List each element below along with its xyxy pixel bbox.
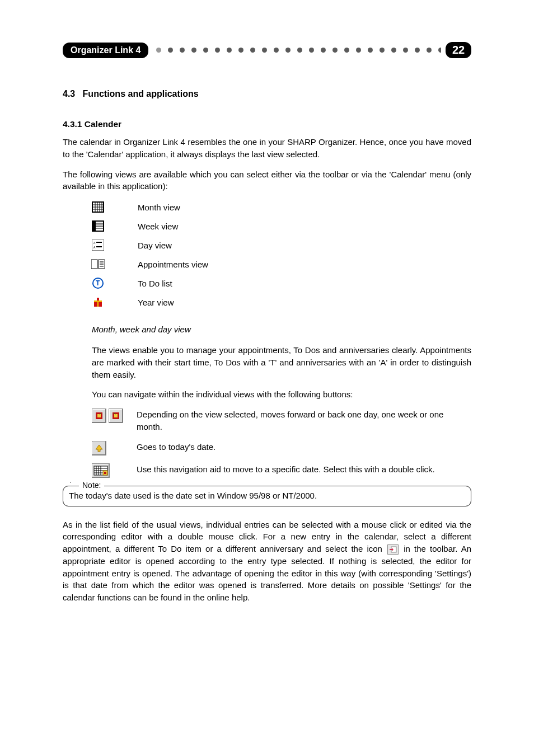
page-header: Organizer Link 4 22: [63, 42, 471, 58]
svg-rect-11: [93, 222, 96, 231]
nav-desc: Use this navigation aid to move to a spe…: [137, 463, 471, 476]
header-dots: [153, 48, 441, 53]
note-text: The today's date used is the date set in…: [69, 491, 465, 500]
nav-buttons-list: Depending on the view selected, moves fo…: [92, 408, 471, 478]
week-view-icon[interactable]: [91, 219, 105, 233]
header-title-pill: Organizer Link 4: [63, 43, 148, 58]
view-row-month: Month view: [91, 200, 471, 214]
page: Organizer Link 4 22 4.3 Functions and ap…: [0, 0, 534, 756]
nav-desc: Goes to today's date.: [137, 441, 471, 453]
svg-rect-36: [114, 414, 118, 417]
page-number: 22: [446, 42, 471, 58]
svg-rect-34: [97, 414, 101, 417]
view-label: To Do list: [138, 279, 172, 288]
svg-rect-31: [97, 298, 99, 300]
view-row-week: Week view: [91, 219, 471, 233]
svg-rect-45: [104, 472, 106, 474]
note-box: Note: The today's date used is the date …: [63, 486, 471, 506]
view-row-appointments: Appointments view: [91, 257, 471, 271]
nav-row-prevnext: Depending on the view selected, moves fo…: [92, 408, 471, 433]
svg-rect-21: [91, 260, 97, 269]
view-row-year: Year view: [91, 295, 471, 309]
svg-text:T: T: [96, 279, 100, 287]
nav-row-goto: Use this navigation aid to move to a spe…: [92, 463, 471, 478]
views-list: Month view Week view AA Day view Appoint…: [91, 200, 471, 309]
nav-row-today: Goes to today's date.: [92, 441, 471, 456]
day-view-icon[interactable]: AA: [91, 238, 105, 252]
subsection-heading: 4.3.1 Calender: [63, 119, 471, 129]
subsection-title: Calender: [85, 119, 121, 129]
subsection-number: 4.3.1: [63, 119, 82, 129]
view-label: Day view: [138, 241, 172, 250]
view-row-todo: T To Do list: [91, 276, 471, 290]
month-view-icon[interactable]: [91, 200, 105, 214]
view-label: Year view: [138, 298, 174, 307]
section-number: 4.3: [63, 89, 75, 98]
closing-paragraph: As in the list field of the usual views,…: [63, 519, 471, 604]
svg-rect-32: [97, 302, 99, 307]
today-icon[interactable]: [92, 441, 106, 456]
svg-text:A: A: [93, 241, 96, 245]
mwd-paragraph-1: The views enable you to manage your appo…: [92, 344, 471, 381]
nav-desc: Depending on the view selected, moves fo…: [137, 408, 471, 433]
svg-text:A: A: [93, 246, 96, 249]
view-row-day: AA Day view: [91, 238, 471, 252]
next-icon[interactable]: [109, 408, 123, 423]
mwd-paragraph-2: You can navigate within the individual v…: [92, 388, 471, 401]
svg-rect-22: [99, 260, 105, 269]
section-heading: 4.3 Functions and applications: [63, 89, 471, 99]
view-label: Month view: [138, 203, 180, 212]
section-title: Functions and applications: [83, 89, 199, 98]
mwd-heading: Month, week and day view: [92, 325, 471, 334]
svg-rect-30: [94, 300, 102, 302]
year-view-icon[interactable]: [91, 295, 105, 309]
note-label: Note:: [79, 481, 104, 490]
new-entry-icon[interactable]: [387, 544, 399, 555]
todo-list-icon[interactable]: T: [91, 276, 105, 290]
intro-paragraph-2: The following views are available which …: [63, 168, 471, 193]
view-label: Week view: [138, 222, 178, 231]
view-label: Appointments view: [138, 260, 208, 269]
appointments-view-icon[interactable]: [91, 257, 105, 271]
goto-date-icon[interactable]: [92, 463, 110, 478]
intro-paragraph-1: The calendar in Organizer Link 4 resembl…: [63, 136, 471, 161]
prev-icon[interactable]: [92, 408, 106, 423]
